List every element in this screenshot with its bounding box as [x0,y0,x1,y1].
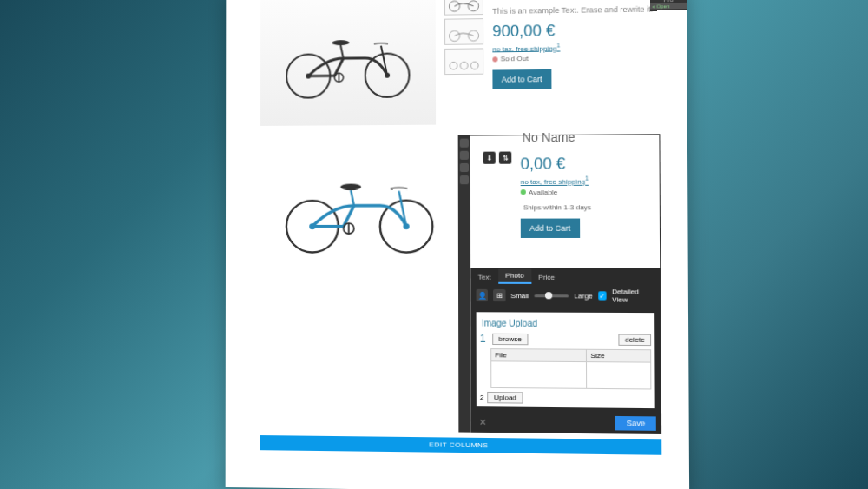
svg-line-20 [351,190,354,206]
size-large-label: Large [574,292,592,300]
detailed-view-label: Detailed View [612,287,654,304]
svg-point-12 [468,30,478,41]
svg-point-5 [332,40,349,45]
product1-title: Ghostrider Edition [492,0,659,2]
col-size: Size [587,349,651,362]
tab-price[interactable]: Price [531,271,562,284]
product1-price: 900,00 € [492,20,660,41]
upload-button[interactable]: Upload [488,392,523,404]
product1-tax-link[interactable]: no tax, free shipping1 [492,41,660,53]
tab-photo[interactable]: Photo [498,269,531,284]
svg-point-10 [468,1,478,11]
side-copy-button[interactable] [460,151,469,160]
size-small-label: Small [511,292,529,300]
edit-columns-bar[interactable]: EDIT COLUMNS [260,435,661,455]
upload-file-table: File Size [490,348,651,389]
save-button[interactable]: Save [615,416,656,431]
product2-tax-link[interactable]: no tax, free shipping1 [521,175,651,185]
product1-add-to-cart-button[interactable]: Add to Cart [492,69,551,89]
product1-thumb-3[interactable] [444,48,483,75]
image-upload-panel: Image Upload 1 browse delete File Size [470,307,661,413]
element-side-toolbar [458,135,471,433]
product2-price: 0,00 € [521,155,651,174]
svg-point-21 [340,184,361,190]
product2-title[interactable]: No Name [483,129,650,144]
product2-add-to-cart-button[interactable]: Add to Cart [521,218,580,237]
editor-tabs: Text Photo Price [470,268,660,284]
detailed-view-checkbox[interactable]: ✓ [598,291,607,300]
product2-shipping: Ships within 1-3 days [521,203,651,211]
bike-black-icon [278,14,418,102]
svg-line-4 [340,45,343,58]
jimdo-open[interactable]: ◂ Open [650,3,687,10]
product1-thumb-2[interactable] [444,18,483,45]
editor-footer: ✕ Save [471,412,661,433]
product2-available: Available [521,188,651,196]
product-editor: No Name ⬇ ⇅ 0,00 € no tax, free shipping… [260,134,661,434]
product1-main-image[interactable] [260,0,436,126]
side-settings-button[interactable] [460,175,469,184]
table-row[interactable] [491,361,651,389]
product1-thumbnails [444,0,483,125]
side-move-button[interactable] [460,139,469,148]
image-upload-title: Image Upload [480,315,651,333]
close-editor-button[interactable]: ✕ [476,417,490,426]
grid-icon[interactable]: ⊞ [494,289,506,301]
delete-button[interactable]: delete [619,334,652,346]
step-1-label: 1 [480,333,489,345]
person-icon[interactable]: 👤 [477,289,489,301]
size-slider[interactable] [534,294,569,297]
product1-thumb-1[interactable] [444,0,483,16]
browse-button[interactable]: browse [492,333,528,344]
jimdo-badge[interactable]: Jimdo Pro ◂ Open [650,0,687,11]
product-ghostrider: Ghostrider Edition This is an example Te… [260,0,660,126]
photo-toolbar: 👤 ⊞ Small Large ✓ Detailed View [470,284,660,307]
step-2-label: 2 [480,393,484,401]
product1-description: This is an example Text. Erase and rewri… [492,4,660,17]
tab-text[interactable]: Text [470,271,498,284]
col-file: File [491,349,587,362]
svg-point-14 [460,62,468,69]
download-button[interactable]: ⬇ [483,152,495,164]
product1-stock: Sold Out [492,54,660,63]
side-delete-button[interactable] [460,163,469,172]
svg-point-13 [450,62,457,69]
swap-button[interactable]: ⇅ [499,152,511,164]
svg-point-15 [470,62,478,69]
bike-blue-icon [276,144,444,268]
product2-main-image[interactable] [260,135,458,408]
